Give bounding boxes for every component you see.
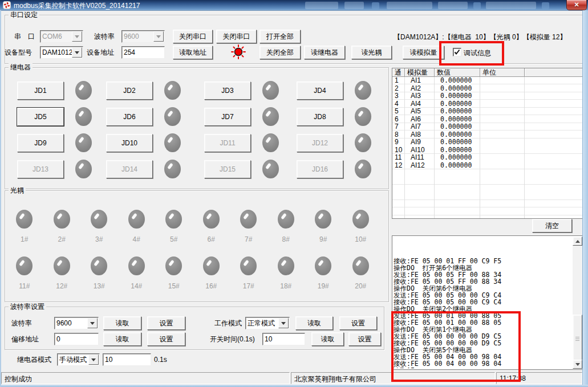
scroll-thumb[interactable]	[573, 315, 582, 365]
col-header-value: 数值	[435, 68, 480, 77]
relay-mode-label: 继电器模式	[17, 356, 51, 364]
relay-button[interactable]: JD16	[297, 160, 343, 178]
relay-cell: JD3	[204, 82, 297, 108]
window-edge-left	[0, 10, 1, 387]
chevron-down-icon	[91, 359, 96, 364]
cell-value: 0.000000	[435, 154, 480, 162]
log-line: 接收:FE 05 00 04 00 00 98 04	[394, 360, 571, 367]
chevron-down-icon	[90, 322, 95, 327]
switchtime-read-button[interactable]: 读取	[311, 332, 344, 346]
relay-button[interactable]: JD5	[17, 108, 64, 126]
relay-mode-time-input[interactable]: 10	[103, 353, 151, 366]
workmode-set-button[interactable]: 设置	[339, 316, 377, 330]
open-all-button[interactable]: 打开全部	[259, 30, 301, 43]
opto-channel-label: 11#	[19, 282, 30, 290]
relay-button[interactable]: JD11	[204, 134, 251, 152]
relay-button[interactable]: JD10	[106, 134, 153, 152]
log-box[interactable]: 接收:FE 05 00 01 FF 00 C9 F5操作DO 打开第6个继电器发…	[392, 235, 583, 370]
scroll-up-button[interactable]	[573, 237, 582, 246]
offset-set-button[interactable]: 设置	[147, 332, 185, 346]
clear-button[interactable]: 清空	[532, 219, 572, 233]
close-all-button[interactable]: 关闭全部	[259, 46, 301, 59]
relay-mode-unit: 0.1s	[154, 356, 167, 364]
relay-button[interactable]: JD9	[17, 134, 64, 152]
cell-channel: 4	[392, 100, 405, 108]
relay-button[interactable]: JD4	[297, 82, 343, 100]
cell-value: 0.000000	[435, 123, 480, 131]
baud-set-button[interactable]: 设置	[147, 316, 185, 330]
read-relay-button[interactable]: 读继电器	[304, 46, 345, 59]
opto-channel-label: 3#	[95, 235, 103, 243]
relay-grid: JD1 JD2 JD3 JD4 JD5	[17, 82, 388, 186]
titlebar[interactable]: modbus采集控制卡软件V0205_20141217 ✕	[0, 0, 588, 10]
cell-channel: 12	[392, 162, 405, 170]
port-select[interactable]: COM6	[40, 30, 83, 43]
cell-unit	[480, 146, 525, 154]
scroll-down-button[interactable]	[573, 360, 582, 369]
relay-button[interactable]: JD7	[204, 108, 251, 126]
opto-channel-label: 10#	[355, 235, 366, 243]
relay-button[interactable]: JD8	[297, 108, 343, 126]
relay-mode-select[interactable]: 手动模式	[57, 353, 100, 366]
col-header-empty	[525, 68, 583, 77]
opto-channel: 6#	[193, 210, 230, 256]
chevron-down-icon	[75, 35, 79, 40]
switchtime-input[interactable]: 10	[262, 333, 305, 345]
close-serial-button-2[interactable]: 关闭串口	[216, 30, 257, 43]
opto-led-indicator	[278, 256, 294, 275]
opto-led-indicator	[315, 210, 331, 229]
relay-button[interactable]: JD1	[17, 82, 64, 100]
baud-select[interactable]: 9600	[121, 30, 165, 43]
relay-button[interactable]: JD3	[204, 82, 251, 100]
opto-channel: 5#	[155, 210, 193, 256]
offset-read-button[interactable]: 读取	[103, 332, 141, 346]
table-row: 3 AI3 0.000000	[392, 92, 583, 100]
workmode-select-arrow[interactable]	[278, 318, 289, 328]
baud2-select[interactable]: 9600	[54, 317, 99, 329]
relay-button[interactable]: JD6	[106, 108, 153, 126]
baud-read-button[interactable]: 读取	[103, 316, 141, 330]
cell-value: 0.000000	[435, 77, 480, 85]
relay-button[interactable]: JD2	[106, 82, 153, 100]
relay-button[interactable]: JD15	[204, 160, 251, 178]
baud2-select-arrow[interactable]	[87, 318, 98, 328]
opto-channel: 1#	[6, 210, 43, 256]
opto-led-indicator	[16, 256, 33, 275]
debug-info-checkbox[interactable]	[453, 48, 461, 56]
workmode-read-button[interactable]: 读取	[295, 316, 333, 330]
read-analog-button[interactable]: 读模拟量	[403, 46, 444, 59]
table-row: 4 AI4 0.000000	[392, 100, 583, 108]
log-scrollbar[interactable]	[573, 237, 582, 369]
cell-value: 0.000000	[435, 116, 480, 124]
relay-mode-select-arrow[interactable]	[88, 355, 99, 365]
opto-channel: 16#	[193, 256, 230, 303]
relay-led-indicator	[75, 160, 92, 178]
opto-channel-label: 13#	[94, 282, 105, 290]
relay-led-indicator	[75, 107, 92, 126]
model-select[interactable]: DAM1012A	[40, 46, 83, 59]
device-addr-input[interactable]: 254	[121, 46, 165, 59]
relay-button[interactable]: JD14	[106, 160, 153, 178]
cell-channel: 3	[392, 92, 405, 100]
baud-select-arrow[interactable]	[153, 31, 164, 42]
opto-channel-label: 5#	[170, 235, 177, 243]
close-button[interactable]: ✕	[566, 0, 587, 10]
port-select-arrow[interactable]	[72, 31, 82, 42]
table-row: 8 AI8 0.000000	[392, 131, 583, 139]
close-icon: ✕	[574, 1, 579, 9]
relay-button[interactable]: JD12	[297, 134, 343, 152]
arrow-down-icon	[575, 363, 580, 368]
port-value: COM6	[42, 32, 62, 40]
close-serial-button-1[interactable]: 关闭串口	[173, 30, 213, 43]
read-opto-button[interactable]: 读光耦	[351, 46, 392, 59]
read-addr-button[interactable]: 读取地址	[173, 46, 213, 59]
opto-channel: 20#	[342, 256, 380, 303]
workmode-select[interactable]: 正常模式	[245, 317, 290, 329]
model-select-arrow[interactable]	[72, 47, 82, 58]
taskbar-blur-item	[486, 2, 536, 9]
analog-table[interactable]: 通 模拟量 数值 单位 1 AI1 0.000000 2 AI2 0.00000…	[392, 68, 583, 219]
offset-input[interactable]: 0	[54, 333, 99, 345]
opto-channel-label: 12#	[56, 282, 67, 290]
relay-button[interactable]: JD13	[17, 160, 64, 178]
switchtime-set-button[interactable]: 设置	[348, 332, 381, 346]
